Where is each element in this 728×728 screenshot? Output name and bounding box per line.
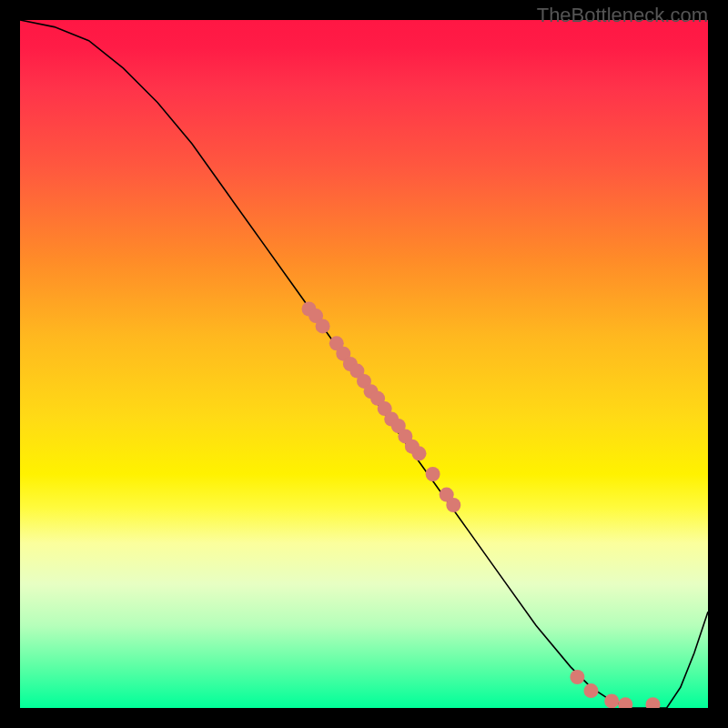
watermark-text: TheBottleneck.com (537, 4, 708, 27)
data-point (646, 697, 661, 708)
bottleneck-curve (20, 20, 708, 708)
data-point (584, 683, 599, 698)
data-point (570, 670, 584, 684)
data-point (316, 318, 330, 333)
data-point (426, 467, 440, 481)
data-point (446, 498, 460, 512)
plot-area (20, 20, 708, 708)
data-point (604, 693, 619, 708)
data-point (412, 446, 427, 460)
data-point (618, 697, 632, 708)
scatter-dots (302, 302, 661, 709)
chart-svg (20, 20, 708, 708)
